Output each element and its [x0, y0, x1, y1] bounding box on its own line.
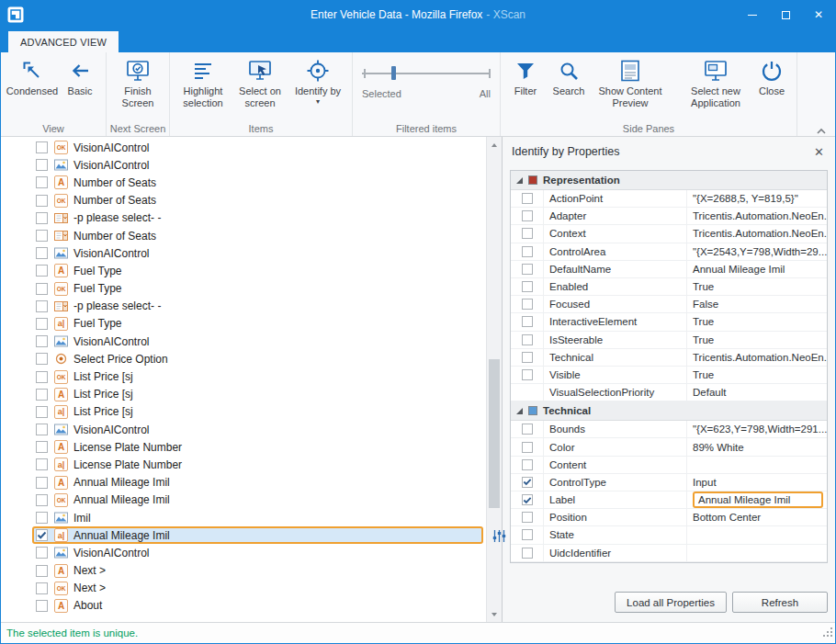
tree-item-checkbox[interactable] [36, 230, 48, 242]
property-row[interactable]: Bounds"{X=623,Y=798,Width=291... [511, 421, 827, 438]
property-row[interactable]: State [511, 526, 827, 544]
tree-item-checkbox[interactable] [36, 335, 48, 347]
tree-item[interactable]: a|Fuel Type [1, 315, 486, 333]
tree-item-checkbox[interactable] [36, 318, 48, 330]
tree-item-checkbox[interactable] [36, 529, 48, 541]
property-checkbox[interactable] [522, 316, 533, 327]
property-row[interactable]: VisualSelectionPriorityDefault [511, 384, 827, 401]
tree-item[interactable]: OKFuel Type [1, 280, 486, 298]
scroll-down-button[interactable] [487, 606, 502, 622]
tree-item-checkbox[interactable] [36, 353, 48, 365]
property-checkbox[interactable] [522, 210, 533, 221]
show-content-preview-button[interactable]: Show Content Preview [592, 55, 669, 108]
condensed-button[interactable]: Condensed [6, 55, 59, 97]
tree-item[interactable]: ALicense Plate Number [1, 438, 486, 456]
property-row[interactable]: UidcIdentifier [511, 545, 827, 562]
tree-item[interactable]: VisionAIControl [1, 544, 486, 561]
tree-item[interactable]: a|List Price [sj [1, 403, 486, 421]
property-checkbox[interactable] [522, 369, 533, 380]
identify-by-button[interactable]: Identify by ▾ [288, 55, 347, 106]
tree-item[interactable]: VisionAIControl [1, 244, 486, 262]
tree-item-checkbox[interactable] [36, 600, 48, 612]
tree-item[interactable]: AFuel Type [1, 262, 486, 279]
tree-item-checkbox[interactable] [36, 300, 48, 312]
tree-item[interactable]: a|Annual Mileage Imil [32, 526, 483, 544]
tree-item[interactable]: VisionAIControl [1, 156, 486, 174]
tree-item-checkbox[interactable] [36, 283, 48, 295]
property-row[interactable]: ControlArea"{X=2543,Y=798,Width=29... [511, 243, 827, 261]
property-checkbox[interactable] [522, 442, 533, 453]
property-checkbox[interactable] [522, 512, 533, 523]
tree-item-checkbox[interactable] [36, 371, 48, 383]
tree-item[interactable]: AAbout [1, 597, 486, 615]
finish-screen-button[interactable]: Finish Screen [111, 55, 164, 108]
slider-track[interactable] [362, 66, 491, 80]
property-checkbox[interactable] [522, 264, 533, 275]
tree-item[interactable]: OKNext > [1, 580, 486, 597]
property-row[interactable]: LabelAnnual Mileage Imil [511, 491, 827, 509]
property-row[interactable]: ActionPoint"{X=2688,5, Y=819,5}" [511, 190, 827, 208]
section-header[interactable]: Technical [511, 401, 827, 421]
property-checkbox[interactable] [522, 281, 533, 292]
property-row[interactable]: ControlTypeInput [511, 474, 827, 491]
tree-item[interactable]: VisionAIControl [1, 421, 486, 438]
filter-button[interactable]: Filter [505, 55, 546, 97]
tab-advanced-view[interactable]: ADVANCED VIEW [8, 31, 119, 52]
tree-item-checkbox[interactable] [36, 494, 48, 506]
tree-item-checkbox[interactable] [36, 195, 48, 207]
tree-item-checkbox[interactable] [36, 406, 48, 418]
tree-item-checkbox[interactable] [36, 212, 48, 224]
tree-item-checkbox[interactable] [36, 477, 48, 489]
tree-item[interactable]: ANumber of Seats [1, 174, 486, 191]
section-expander-icon[interactable] [516, 408, 523, 414]
tree-item-checkbox[interactable] [36, 247, 48, 259]
tree-item[interactable]: OKAnnual Mileage Imil [1, 491, 486, 509]
search-button[interactable]: Search [546, 55, 592, 97]
tree-item[interactable]: AAnnual Mileage Imil [1, 474, 486, 491]
property-checkbox[interactable] [522, 494, 533, 505]
close-window-button[interactable]: ✕ [802, 1, 835, 28]
scrollbar-thumb[interactable] [489, 359, 500, 508]
tree-item[interactable]: a|License Plate Number [1, 456, 486, 473]
tree-item-checkbox[interactable] [36, 424, 48, 435]
tree-item[interactable]: -p please select- - [1, 209, 486, 227]
slider-thumb[interactable] [391, 66, 396, 80]
tree-item-checkbox[interactable] [36, 389, 48, 401]
minimize-button[interactable] [736, 1, 769, 28]
property-checkbox[interactable] [522, 424, 533, 435]
property-row[interactable]: TechnicalTricentis.Automation.NeoEn... [511, 349, 827, 367]
tree-item-checkbox[interactable] [36, 458, 48, 470]
property-row[interactable]: EnabledTrue [511, 278, 827, 296]
tree-item-checkbox[interactable] [36, 265, 48, 277]
select-new-application-button[interactable]: Select new Application [680, 55, 751, 108]
load-all-properties-button[interactable]: Load all Properties [615, 592, 727, 613]
property-checkbox[interactable] [522, 334, 533, 345]
tree-item-checkbox[interactable] [36, 159, 48, 171]
tree-item[interactable]: OKVisionAIControl [1, 139, 486, 156]
property-checkbox[interactable] [522, 193, 533, 204]
tree-item-checkbox[interactable] [36, 547, 48, 559]
property-checkbox[interactable] [522, 529, 533, 540]
scroll-up-button[interactable] [487, 137, 502, 153]
property-checkbox[interactable] [522, 299, 533, 310]
highlight-selection-button[interactable]: Highlight selection [175, 55, 232, 108]
property-row[interactable]: Color89% White [511, 438, 827, 456]
property-checkbox[interactable] [522, 352, 533, 363]
tree-item-checkbox[interactable] [36, 441, 48, 453]
section-header[interactable]: Representation [511, 171, 827, 190]
property-row[interactable]: VisibleTrue [511, 367, 827, 384]
section-expander-icon[interactable] [516, 177, 523, 184]
tree-item-checkbox[interactable] [36, 141, 48, 153]
tree-item[interactable]: ANext > [1, 562, 486, 580]
property-row[interactable]: InteractiveElementTrue [511, 313, 827, 331]
steering-params-icon[interactable] [491, 528, 507, 548]
title-bar[interactable]: Enter Vehicle Data - Mozilla Firefox- XS… [1, 1, 835, 28]
tree-item-checkbox[interactable] [36, 176, 48, 188]
tree-scrollbar[interactable] [486, 137, 502, 622]
tree-item[interactable]: OKList Price [sj [1, 367, 486, 385]
property-checkbox[interactable] [522, 548, 533, 559]
tree-item[interactable]: AList Price [sj [1, 386, 486, 403]
close-properties-icon[interactable]: ✕ [812, 145, 826, 159]
refresh-button[interactable]: Refresh [732, 592, 828, 613]
property-row[interactable]: ContextTricentis.Automation.NeoEn... [511, 225, 827, 243]
